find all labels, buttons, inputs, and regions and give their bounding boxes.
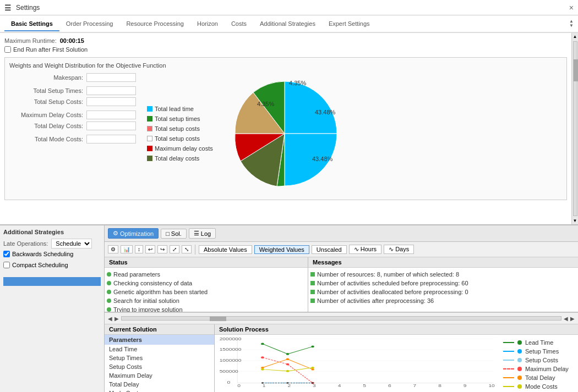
solution-list: Parameters Lead Time Setup Times Setup C… [105,335,214,392]
svg-point-29 [261,356,264,358]
optimization-icon: ⚙ [113,230,118,237]
legend-label-lead-time: Lead Time [525,339,553,346]
toolbar-btn-4[interactable]: ↩ [145,245,155,253]
weights-title: Weights and Weight Distribution for the … [9,62,562,69]
toolbar: ⚙ 📊 ↕ ↩ ↪ ⤢ ⤡ Absolute Values Weighted V… [105,242,578,257]
svg-point-39 [287,382,289,383]
solution-header: Current Solution [105,324,214,335]
tab-additional-strategies[interactable]: Additional Strategies [253,17,322,31]
close-button[interactable]: × [569,3,574,12]
svg-point-28 [311,345,314,347]
legend-color-setup-costs-1 [147,126,152,131]
total-setup-costs-input[interactable]: 100,000000 [86,97,136,106]
title-bar: ☰ Settings × [0,0,578,15]
scroll-down-icon[interactable]: ▼ [569,24,574,28]
scroll-row: ◀ ▶ ◀ ▶ [105,312,578,324]
scroll-right-end[interactable]: ▶ [570,316,575,322]
toolbar-btn-7[interactable]: ⤡ [182,245,192,253]
view-hours[interactable]: ∿ Hours [349,245,381,254]
total-mode-costs-label: Total Mode Costs: [9,136,86,142]
msg-text-3: Number of activities after preprocessing… [317,297,434,304]
legend-lead-time-chart: Lead Time [503,339,571,346]
tab-basic-settings[interactable]: Basic Settings [4,17,59,31]
msg-text-0: Number of resources: 8, number of which … [317,271,459,278]
svg-text:10: 10 [488,384,495,388]
tab-order-processing[interactable]: Order Processing [59,17,120,31]
legend-setup-times-chart: Setup Times [503,348,571,355]
chart-legend: Lead Time Setup Times Setup Costs [499,337,576,390]
hamburger-icon[interactable]: ☰ [4,3,12,12]
legend-color-setup-costs-2 [147,136,152,141]
legend-dot-mode-costs [517,384,522,389]
late-ops-row: Late Operations: Schedule [3,239,101,249]
scroll-track[interactable] [121,316,561,321]
msg-text-2: Number of activities deallocated before … [317,289,468,295]
window-title: Settings [16,4,40,12]
additional-strategies-title: Additional Strategies [3,229,101,235]
svg-point-27 [286,353,290,355]
end-run-checkbox[interactable] [4,46,11,53]
status-text-0: Read parameters [113,271,160,278]
legend-max-delay-chart: Maximum Delay [503,366,571,372]
weight-inputs: Makespan: 10,000000 Total Setup Times: 1… [9,73,136,195]
tab-log[interactable]: ☰ Log [189,228,216,239]
toolbar-btn-1[interactable]: ⚙ [108,245,118,253]
total-setup-times-input[interactable]: 100,000000 [86,86,136,95]
legend-lead-time: Total lead time [147,106,213,112]
sol-item-4[interactable]: Total Delay [105,380,214,389]
legend-line-lead-time [503,342,514,343]
toolbar-btn-2[interactable]: 📊 [121,245,133,253]
view-unscaled[interactable]: Unscaled [312,245,347,254]
toolbar-btn-3[interactable]: ↕ [135,245,143,253]
runtime-label: Maximum Runtime: [4,37,57,44]
svg-text:6: 6 [388,384,391,388]
scroll-left-end[interactable]: ◀ [564,316,568,322]
toolbar-sep-1 [195,245,195,255]
total-setup-costs-label: Total Setup Costs: [9,98,86,105]
makespan-input[interactable]: 10,000000 [86,73,136,82]
legend-setup-costs-chart: Setup Costs [503,357,571,363]
chart-area: 2000000 1500000 1000000 500000 0 0 1 2 3 [215,335,578,392]
svg-text:1: 1 [263,384,266,388]
tab-resource-processing[interactable]: Resource Processing [119,17,190,31]
legend-label-setup-times: Setup Times [525,348,559,355]
legend-setup-costs-2: Total setup costs [147,135,213,142]
view-days[interactable]: ∿ Days [384,245,414,254]
sol-item-1[interactable]: Setup Times [105,354,214,362]
tab-costs[interactable]: Costs [225,17,253,31]
sol-item-3[interactable]: Maximum Delay [105,371,214,380]
sol-item-2[interactable]: Setup Costs [105,362,214,371]
tab-solution[interactable]: □ Sol. [161,229,187,239]
tab-expert-settings[interactable]: Expert Settings [322,17,377,31]
max-delay-costs-input[interactable]: 10,000000 [86,111,136,119]
svg-text:2000000: 2000000 [220,337,242,341]
tab-horizon[interactable]: Horizon [190,17,225,31]
toolbar-btn-5[interactable]: ↪ [157,245,167,253]
toolbar-btn-6[interactable]: ⤢ [170,245,179,253]
late-ops-select[interactable]: Schedule [51,239,92,249]
scrollbar-up[interactable]: ▲ [572,33,578,40]
runtime-value: 00:00:15 [60,37,84,44]
view-absolute[interactable]: Absolute Values [199,245,252,254]
svg-point-33 [286,358,290,360]
legend-line-max-delay [503,368,514,369]
msg-item-1: Number of activities scheduled before pr… [310,279,576,288]
legend-line-setup-times [503,351,514,352]
sol-item-5[interactable]: Mode Costs [105,389,214,392]
scrollbar-down[interactable]: ▼ [572,217,578,224]
status-text-3: Search for initial solution [113,297,179,304]
tab-optimization[interactable]: ⚙ Optimization [108,228,159,239]
scroll-right-arrow-1[interactable]: ▶ [114,316,119,322]
sol-item-0[interactable]: Lead Time [105,345,214,354]
scroll-left-arrow[interactable]: ◀ [108,316,112,322]
legend-mode-costs-chart: Mode Costs [503,383,571,390]
scroll-thumb [210,317,226,321]
backwards-checkbox[interactable] [3,251,10,257]
view-weighted[interactable]: Weighted Values [254,245,309,254]
compact-checkbox[interactable] [3,262,10,268]
total-mode-costs-input[interactable] [86,135,136,143]
total-delay-costs-input[interactable]: 10,000000 [86,122,136,130]
svg-text:43.48%: 43.48% [312,156,333,162]
legend-dot-lead-time [517,340,522,345]
status-dot-2 [107,290,111,294]
